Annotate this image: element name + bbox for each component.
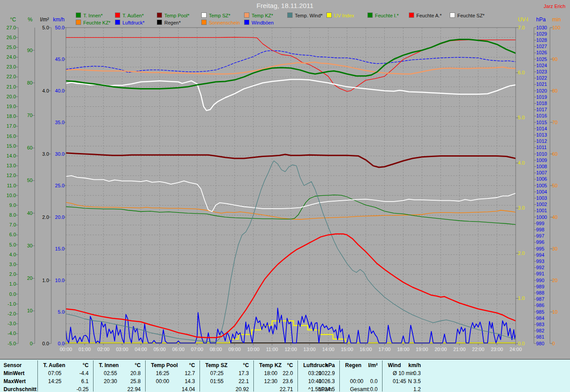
legend-color-swatch-icon: [115, 12, 120, 18]
time-tick-label: 17:00: [375, 347, 394, 352]
axis-tick-kmh: 50.0: [0, 25, 65, 30]
time-tick-label: 05:00: [150, 347, 169, 352]
axis-tick-degC: 13.0: [0, 163, 16, 168]
legend-item-label: Feuchte SZ*: [457, 13, 484, 18]
legend-item-regen-[interactable]: Regen*: [157, 20, 181, 25]
axis-tick-kmh: 15.0: [0, 247, 65, 251]
axis-tick-degC: 19.0: [0, 104, 16, 109]
axis-tick-hpa: 985: [536, 310, 544, 315]
axis-tick-hpa: 998: [536, 227, 544, 232]
axis-tick-hpa: 1029: [536, 32, 547, 36]
axis-tick-hpa: 1015: [536, 120, 547, 125]
legend-item-temp-sz-[interactable]: Temp SZ*: [201, 12, 230, 18]
axis-tick-hpa: 989: [536, 284, 544, 289]
legend-item-windb-en[interactable]: Windböen: [244, 20, 274, 25]
axis-tick-min: 50: [552, 183, 558, 188]
legend-color-swatch-icon: [76, 20, 81, 25]
time-tick-label: 11:00: [262, 347, 282, 352]
legend-color-swatch-icon: [115, 20, 120, 25]
axis-tick-kmh: 10.0: [0, 278, 65, 283]
axis-tick-min: 30: [552, 247, 558, 251]
axis-tick-hpa: 1020: [536, 89, 547, 93]
axis-tick-uv: 4.0: [518, 161, 525, 166]
legend-item-label: Temp KZ*: [252, 13, 273, 18]
legend-item-label: Windböen: [252, 20, 274, 25]
legend-item-t-au-en-[interactable]: T. Außen*: [115, 12, 144, 18]
axis-tick-degC: 6.0: [0, 232, 16, 237]
axis-tick-min: 100: [552, 25, 560, 30]
statistics-table: SensorMinWertMaxWertDurchschnittT. Außen…: [0, 359, 570, 392]
legend-item-label: T. Außen*: [122, 13, 144, 18]
legend-item-temp-pool-[interactable]: Temp Pool*: [157, 12, 189, 18]
legend-item-label: Luftdruck*: [122, 20, 145, 25]
time-tick-label: 12:00: [281, 347, 301, 352]
series-temp-pool: [66, 153, 516, 167]
axis-tick-hpa: 1000: [536, 215, 547, 220]
axis-tick-hpa: 1002: [536, 202, 547, 207]
legend-item-uv-index[interactable]: UV Index: [326, 12, 354, 18]
legend-item-t-innen-[interactable]: T. Innen*: [76, 12, 102, 18]
time-tick-label: 22:00: [468, 347, 488, 352]
legend-item-sonnenschein[interactable]: Sonnenschein: [201, 20, 240, 25]
table-max-value: N 3.5: [0, 378, 421, 384]
axis-tick-degC: 22.0: [0, 74, 16, 79]
time-tick-label: 14:00: [318, 347, 338, 352]
axis-unit-kmh: km/h: [0, 17, 65, 22]
grid-lines: [66, 28, 516, 344]
axis-tick-uv: 6.0: [518, 70, 525, 75]
axis-tick-pct: 90: [0, 48, 33, 53]
axis-tick-kmh: 40.0: [0, 89, 65, 93]
legend-item-label: T. Innen*: [83, 13, 102, 18]
axis-tick-degC: -3.0: [0, 321, 16, 326]
axis-tick-hpa: 1007: [536, 170, 547, 175]
legend-item-label: Sonnenschein: [209, 20, 240, 25]
table-min-value: 0.3: [0, 370, 421, 376]
axis-tick-hpa: 994: [536, 253, 544, 258]
axis-tick-uv: 3.0: [518, 206, 525, 210]
axis-tick-hpa: 982: [536, 328, 544, 333]
legend-item-feuchte-kz-[interactable]: Feuchte KZ*: [76, 20, 110, 25]
legend-item-feuchte-sz-[interactable]: Feuchte SZ*: [450, 12, 484, 18]
time-tick-label: 13:00: [300, 347, 319, 352]
legend-item-feuchte-a-[interactable]: Feuchte A.*: [409, 12, 442, 18]
axis-tick-degC: 12.0: [0, 173, 16, 178]
legend-item-luftdruck-[interactable]: Luftdruck*: [115, 20, 145, 25]
legend-item-feuchte-i-[interactable]: Feuchte I.*: [367, 12, 399, 18]
time-tick-label: 00:00: [56, 347, 76, 352]
axis-tick-hpa: 1019: [536, 95, 547, 100]
axis-tick-pct: 50: [0, 178, 33, 183]
axis-tick-uv: 5.0: [518, 115, 525, 120]
legend-item-label: UV Index: [334, 13, 354, 18]
table-sensor-unit: km/h: [0, 362, 421, 368]
chart-plot-area: [0, 0, 570, 392]
axis-unit-hpa: hPa: [536, 17, 546, 22]
axis-tick-degC: 20.0: [0, 94, 16, 99]
legend-item-label: Temp Pool*: [164, 13, 189, 18]
axis-tick-hpa: 1013: [536, 133, 547, 137]
axis-tick-hpa: 1004: [536, 190, 547, 194]
legend-item-temp-kz-[interactable]: Temp KZ*: [244, 12, 273, 18]
axis-tick-degC: 26.0: [0, 35, 16, 40]
axis-tick-degC: -1.0: [0, 302, 16, 307]
legend-color-swatch-icon: [367, 12, 373, 18]
axis-tick-uv: 0.0: [518, 341, 525, 346]
axis-tick-hpa: 983: [536, 322, 544, 327]
axis-tick-pct: 70: [0, 113, 33, 118]
axis-tick-hpa: 999: [536, 221, 544, 226]
legend-item-temp-wind-[interactable]: Temp. Wind*: [287, 12, 322, 18]
axis-tick-degC: 0.0: [0, 292, 16, 297]
axis-tick-min: 20: [552, 278, 558, 283]
axis-tick-hpa: 997: [536, 234, 544, 238]
axis-tick-degC: 23.0: [0, 65, 16, 69]
axis-tick-hpa: 1028: [536, 38, 547, 43]
axis-tick-kmh: 25.0: [0, 183, 65, 188]
axis-tick-uv: 7.0: [518, 25, 525, 30]
axis-tick-min: 40: [552, 215, 558, 220]
axis-tick-hpa: 1017: [536, 107, 547, 112]
axis-unit-uv: UV-I: [518, 17, 528, 22]
axis-tick-hpa: 995: [536, 247, 544, 251]
time-tick-label: 18:00: [394, 347, 413, 352]
time-tick-label: 09:00: [225, 347, 244, 352]
axis-tick-kmh: 30.0: [0, 152, 65, 157]
chart-series: [66, 37, 516, 343]
